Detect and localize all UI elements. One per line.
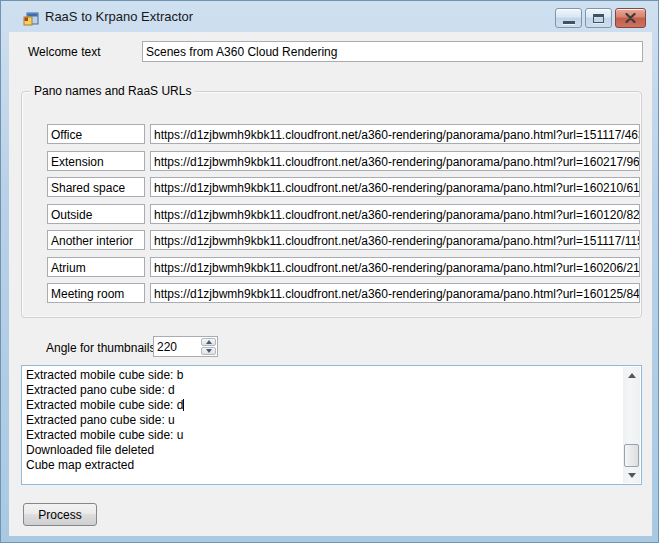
pano-url-input[interactable]: https://d1zjbwmh9kbk11.cloudfront.net/a3… bbox=[150, 124, 640, 144]
maximize-button[interactable] bbox=[585, 8, 612, 28]
pano-name-input[interactable]: Shared space bbox=[47, 177, 145, 197]
scroll-up-arrow-icon bbox=[628, 373, 636, 378]
minimize-icon bbox=[563, 21, 575, 24]
up-arrow-icon bbox=[206, 340, 212, 344]
scrollbar-up-button[interactable] bbox=[623, 367, 640, 383]
pano-url-input[interactable]: https://d1zjbwmh9kbk11.cloudfront.net/a3… bbox=[150, 283, 640, 303]
scrollbar-down-button[interactable] bbox=[623, 467, 640, 483]
pano-name-input[interactable]: Atrium bbox=[47, 257, 145, 277]
angle-spin-buttons bbox=[201, 338, 216, 355]
angle-value: 220 bbox=[157, 340, 177, 354]
scroll-down-arrow-icon bbox=[628, 473, 636, 478]
pano-url-input[interactable]: https://d1zjbwmh9kbk11.cloudfront.net/a3… bbox=[150, 204, 640, 224]
log-line: Extracted pano cube side: u bbox=[26, 413, 620, 428]
process-button[interactable]: Process bbox=[23, 503, 97, 526]
scrollbar-thumb[interactable] bbox=[624, 444, 639, 467]
log-line: Extracted mobile cube side: u bbox=[26, 428, 620, 443]
close-button[interactable] bbox=[615, 8, 646, 28]
pano-name-input[interactable]: Another interior bbox=[47, 230, 145, 250]
text-cursor bbox=[183, 399, 184, 411]
app-window: RaaS to Krpano Extractor Welcome text Sc… bbox=[0, 0, 659, 543]
window-title: RaaS to Krpano Extractor bbox=[45, 9, 193, 24]
pano-url-input[interactable]: https://d1zjbwmh9kbk11.cloudfront.net/a3… bbox=[150, 151, 640, 171]
log-vertical-scrollbar[interactable] bbox=[623, 367, 640, 483]
pano-url-input[interactable]: https://d1zjbwmh9kbk11.cloudfront.net/a3… bbox=[150, 257, 640, 277]
log-line: Extracted mobile cube side: b bbox=[26, 368, 620, 383]
pano-url-input[interactable]: https://d1zjbwmh9kbk11.cloudfront.net/a3… bbox=[150, 230, 640, 250]
log-output-textarea[interactable]: Extracted mobile cube side: b Extracted … bbox=[21, 365, 642, 485]
caption-buttons bbox=[555, 8, 646, 28]
maximize-icon bbox=[593, 14, 604, 23]
pano-name-input[interactable]: Extension bbox=[47, 151, 145, 171]
log-lines: Extracted mobile cube side: b Extracted … bbox=[26, 368, 620, 473]
pano-url-input[interactable]: https://d1zjbwmh9kbk11.cloudfront.net/a3… bbox=[150, 177, 640, 197]
down-arrow-icon bbox=[206, 349, 212, 353]
pano-groupbox: Pano names and RaaS URLs Office https://… bbox=[21, 91, 642, 318]
close-icon bbox=[625, 13, 636, 23]
angle-decrement-button[interactable] bbox=[201, 347, 216, 355]
angle-stepper[interactable]: 220 bbox=[153, 336, 218, 357]
minimize-button[interactable] bbox=[555, 8, 582, 28]
log-line: Extracted mobile cube side: d bbox=[26, 398, 620, 413]
log-line: Extracted pano cube side: d bbox=[26, 383, 620, 398]
pano-name-input[interactable]: Meeting room bbox=[47, 283, 145, 303]
welcome-text-label: Welcome text bbox=[28, 45, 100, 59]
app-icon bbox=[23, 11, 39, 27]
pano-name-input[interactable]: Outside bbox=[47, 204, 145, 224]
pano-groupbox-label: Pano names and RaaS URLs bbox=[30, 84, 195, 98]
titlebar[interactable]: RaaS to Krpano Extractor bbox=[1, 1, 658, 32]
log-line: Downloaded file deleted bbox=[26, 443, 620, 458]
welcome-text-input[interactable]: Scenes from A360 Cloud Rendering bbox=[142, 41, 643, 62]
pano-name-input[interactable]: Office bbox=[47, 124, 145, 144]
log-line: Cube map extracted bbox=[26, 458, 620, 473]
client-area: Welcome text Scenes from A360 Cloud Rend… bbox=[9, 32, 652, 536]
angle-label: Angle for thumbnails bbox=[46, 341, 155, 355]
angle-increment-button[interactable] bbox=[201, 338, 216, 346]
